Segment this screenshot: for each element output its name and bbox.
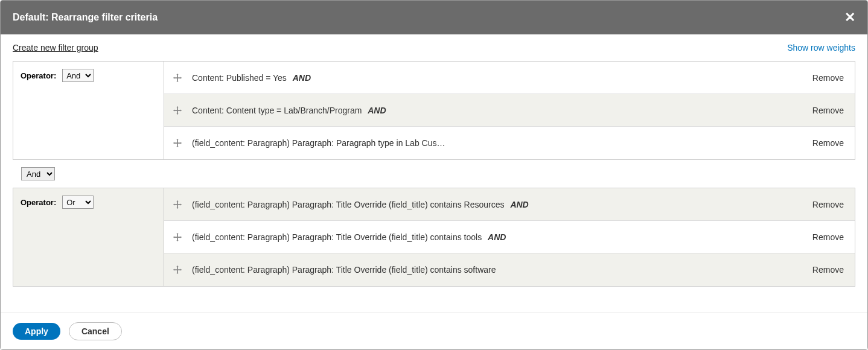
- close-icon[interactable]: ✕: [844, 11, 855, 24]
- dialog-body: Create new filter group Show row weights…: [1, 34, 867, 312]
- remove-link[interactable]: Remove: [812, 138, 844, 148]
- cancel-button[interactable]: Cancel: [69, 322, 122, 340]
- dialog-header: Default: Rearrange filter criteria ✕: [1, 1, 867, 34]
- filter-label: (field_content: Paragraph) Paragraph: Ti…: [192, 232, 482, 242]
- drag-handle-icon[interactable]: [171, 139, 183, 147]
- top-row: Create new filter group Show row weights: [13, 43, 855, 52]
- filter-suffix: AND: [510, 200, 528, 209]
- between-group-operator: And: [13, 160, 855, 188]
- filter-text: (field_content: Paragraph) Paragraph: Ti…: [192, 232, 805, 242]
- filter-group-1: Operator: And Content: Published = Yes A…: [13, 61, 855, 160]
- filter-row: Content: Published = Yes AND Remove: [164, 62, 855, 94]
- dialog-footer: Apply Cancel: [1, 312, 867, 350]
- operator-select-group1[interactable]: And: [62, 69, 94, 82]
- filter-text: (field_content: Paragraph) Paragraph: Ti…: [192, 265, 805, 275]
- rows-panel-1: Content: Published = Yes AND Remove Cont…: [164, 62, 855, 159]
- drag-handle-icon[interactable]: [171, 106, 183, 115]
- remove-link[interactable]: Remove: [812, 106, 844, 115]
- drag-handle-icon[interactable]: [171, 200, 183, 209]
- create-new-filter-group-link[interactable]: Create new filter group: [13, 43, 98, 52]
- filter-label: (field_content: Paragraph) Paragraph: Pa…: [192, 138, 445, 148]
- filter-label: (field_content: Paragraph) Paragraph: Ti…: [192, 200, 504, 209]
- operator-panel-2: Operator: Or: [13, 188, 164, 286]
- drag-handle-icon[interactable]: [171, 233, 183, 241]
- drag-handle-icon[interactable]: [171, 266, 183, 274]
- filter-label: (field_content: Paragraph) Paragraph: Ti…: [192, 265, 496, 275]
- filter-text: Content: Content type = Lab/Branch/Progr…: [192, 106, 805, 115]
- remove-link[interactable]: Remove: [812, 73, 844, 83]
- operator-panel-1: Operator: And: [13, 62, 164, 159]
- remove-link[interactable]: Remove: [812, 265, 844, 275]
- filter-text: Content: Published = Yes AND: [192, 73, 805, 83]
- filter-group-2: Operator: Or (field_content: Paragraph) …: [13, 188, 855, 287]
- filter-row: (field_content: Paragraph) Paragraph: Ti…: [164, 253, 855, 286]
- dialog-title: Default: Rearrange filter criteria: [13, 12, 158, 23]
- filter-row: (field_content: Paragraph) Paragraph: Pa…: [164, 127, 855, 159]
- filter-label: Content: Published = Yes: [192, 73, 287, 83]
- filter-suffix: AND: [488, 232, 506, 242]
- remove-link[interactable]: Remove: [812, 200, 844, 209]
- operator-select-group2[interactable]: Or: [62, 196, 94, 209]
- filter-row: Content: Content type = Lab/Branch/Progr…: [164, 94, 855, 127]
- filter-row: (field_content: Paragraph) Paragraph: Ti…: [164, 188, 855, 221]
- drag-handle-icon[interactable]: [171, 74, 183, 82]
- filter-text: (field_content: Paragraph) Paragraph: Pa…: [192, 138, 805, 148]
- filter-text: (field_content: Paragraph) Paragraph: Ti…: [192, 200, 805, 209]
- operator-label: Operator:: [21, 71, 56, 80]
- filter-suffix: AND: [293, 73, 311, 83]
- scrollbar-vertical[interactable]: [859, 67, 867, 312]
- operator-label: Operator:: [21, 198, 56, 207]
- remove-link[interactable]: Remove: [812, 232, 844, 242]
- filter-label: Content: Content type = Lab/Branch/Progr…: [192, 106, 362, 115]
- show-row-weights-link[interactable]: Show row weights: [787, 43, 855, 52]
- between-operator-select[interactable]: And: [21, 167, 55, 180]
- rows-panel-2: (field_content: Paragraph) Paragraph: Ti…: [164, 188, 855, 286]
- apply-button[interactable]: Apply: [13, 323, 60, 340]
- filter-suffix: AND: [368, 106, 386, 115]
- filter-row: (field_content: Paragraph) Paragraph: Ti…: [164, 221, 855, 253]
